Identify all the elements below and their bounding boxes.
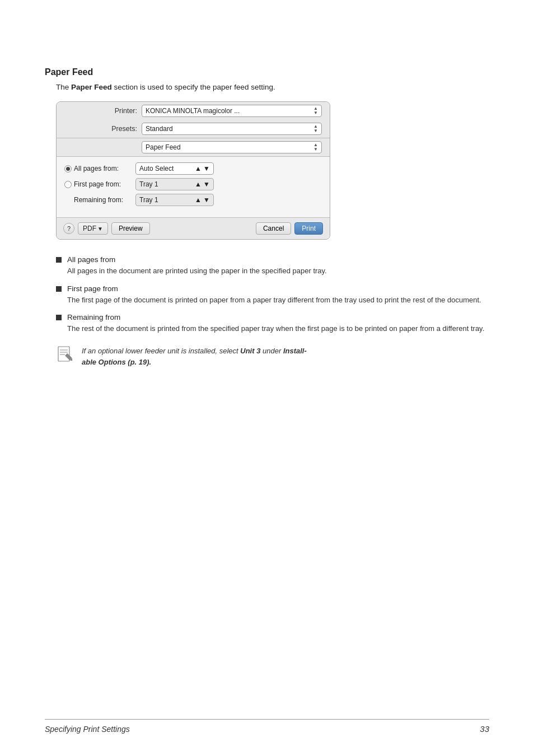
bullet-content-3: Remaining from The rest of the document … xyxy=(67,313,484,334)
help-button[interactable]: ? xyxy=(63,223,74,234)
note-icon xyxy=(56,346,76,368)
intro-bold: Paper Feed xyxy=(71,83,112,91)
bullet-title-1: All pages from xyxy=(67,255,327,264)
page-content: Paper Feed The Paper Feed section is use… xyxy=(0,0,534,402)
cancel-button[interactable]: Cancel xyxy=(256,222,291,235)
bullet-title-2: First page from xyxy=(67,284,481,293)
printer-select[interactable]: KONICA MINOLTA magicolor ... ▲ ▼ xyxy=(142,105,322,117)
footer-page-number: 33 xyxy=(480,724,489,734)
printer-label: Printer: xyxy=(64,107,137,115)
first-page-label: First page from: xyxy=(74,180,135,188)
bullet-square-3 xyxy=(56,315,62,320)
page-footer: Specifying Print Settings 33 xyxy=(45,719,489,734)
all-pages-stepper[interactable]: ▲ ▼ xyxy=(195,165,210,172)
all-pages-label: All pages from: xyxy=(74,165,135,172)
remaining-value: Tray 1 xyxy=(139,196,158,204)
all-pages-value: Auto Select xyxy=(139,165,174,172)
dialog-bottom-bar: ? PDF ▼ Preview Cancel Print xyxy=(57,217,330,239)
section-row: Paper Feed ▲ ▼ xyxy=(57,138,330,156)
bullet-item-2: First page from The first page of the do… xyxy=(56,284,489,306)
print-button[interactable]: Print xyxy=(294,222,323,235)
presets-select[interactable]: Standard ▲ ▼ xyxy=(142,123,322,135)
pdf-arrow-icon: ▼ xyxy=(97,226,103,232)
remaining-row: Remaining from: Tray 1 ▲ ▼ xyxy=(64,194,322,206)
first-page-radio[interactable] xyxy=(64,181,72,188)
note-bold-unit3: Unit 3 xyxy=(240,347,260,355)
intro-suffix: section is used to specify the paper fee… xyxy=(114,83,275,91)
intro-text: The Paper Feed section is used to specif… xyxy=(56,83,489,91)
bullet-desc-3: The rest of the document is printed from… xyxy=(67,323,484,334)
preview-button[interactable]: Preview xyxy=(111,222,150,235)
presets-value: Standard xyxy=(146,125,173,133)
note-bold-options: Install-able Options (p. 19). xyxy=(82,347,307,366)
all-pages-radio[interactable] xyxy=(64,165,72,172)
footer-left-text: Specifying Print Settings xyxy=(45,725,130,734)
section-stepper[interactable]: ▲ ▼ xyxy=(313,143,318,152)
presets-stepper[interactable]: ▲ ▼ xyxy=(313,124,318,133)
options-section: All pages from: Auto Select ▲ ▼ First pa… xyxy=(57,156,330,217)
section-value: Paper Feed xyxy=(146,143,181,151)
bullet-content-1: All pages from All pages in the document… xyxy=(67,255,327,277)
printer-stepper[interactable]: ▲ ▼ xyxy=(313,106,318,115)
printer-value: KONICA MINOLTA magicolor ... xyxy=(146,107,240,115)
remaining-select[interactable]: Tray 1 ▲ ▼ xyxy=(135,194,214,206)
all-pages-select[interactable]: Auto Select ▲ ▼ xyxy=(135,162,214,175)
bullet-list: All pages from All pages in the document… xyxy=(56,255,489,334)
all-pages-row: All pages from: Auto Select ▲ ▼ xyxy=(64,162,322,175)
bullet-title-3: Remaining from xyxy=(67,313,484,321)
remaining-stepper[interactable]: ▲ ▼ xyxy=(195,196,210,204)
printer-row: Printer: KONICA MINOLTA magicolor ... ▲ … xyxy=(57,102,330,120)
pdf-button[interactable]: PDF ▼ xyxy=(78,222,108,235)
presets-label: Presets: xyxy=(64,125,137,133)
remaining-label: Remaining from: xyxy=(74,196,135,204)
first-page-value: Tray 1 xyxy=(139,180,158,188)
presets-row: Presets: Standard ▲ ▼ xyxy=(57,120,330,138)
bullet-item-1: All pages from All pages in the document… xyxy=(56,255,489,277)
first-page-select[interactable]: Tray 1 ▲ ▼ xyxy=(135,178,214,190)
bullet-desc-1: All pages in the document are printed us… xyxy=(67,265,327,277)
print-dialog: Printer: KONICA MINOLTA magicolor ... ▲ … xyxy=(56,101,330,240)
first-page-row: First page from: Tray 1 ▲ ▼ xyxy=(64,178,322,190)
bullet-desc-2: The first page of the document is printe… xyxy=(67,295,481,306)
first-page-stepper[interactable]: ▲ ▼ xyxy=(195,180,210,188)
pdf-label: PDF xyxy=(83,225,96,232)
note-text: If an optional lower feeder unit is inst… xyxy=(82,346,307,368)
section-select[interactable]: Paper Feed ▲ ▼ xyxy=(142,141,322,153)
section-title: Paper Feed xyxy=(45,67,489,77)
bullet-content-2: First page from The first page of the do… xyxy=(67,284,481,306)
bullet-item-3: Remaining from The rest of the document … xyxy=(56,313,489,334)
bullet-square-2 xyxy=(56,286,62,292)
note-box: If an optional lower feeder unit is inst… xyxy=(56,346,489,368)
bullet-square-1 xyxy=(56,257,62,263)
